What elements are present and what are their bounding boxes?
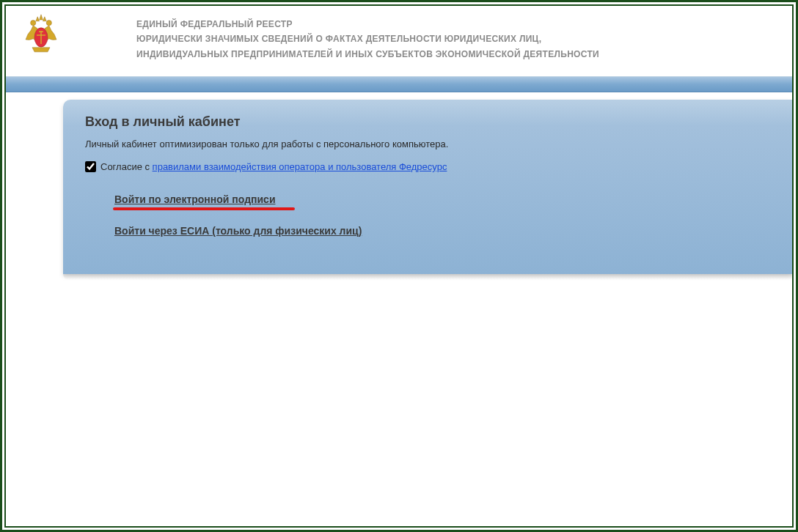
consent-row: Согласие с правилами взаимодействия опер… [85,161,770,172]
emblem-icon [19,13,63,57]
login-option-wrap-1: Войти по электронной подписи [114,193,770,211]
header-line2: ЮРИДИЧЕСКИ ЗНАЧИМЫХ СВЕДЕНИЙ О ФАКТАХ ДЕ… [136,32,599,46]
login-options: Войти по электронной подписи Войти через… [85,193,770,243]
highlight-underline [113,207,295,210]
panel-subtitle: Личный кабинет оптимизирован только для … [85,138,770,149]
header: ЕДИНЫЙ ФЕДЕРАЛЬНЫЙ РЕЕСТР ЮРИДИЧЕСКИ ЗНА… [6,6,792,76]
nav-band [6,76,792,92]
consent-text: Согласие с правилами взаимодействия опер… [100,161,447,172]
login-option-wrap-2: Войти через ЕСИА (только для физических … [114,224,770,243]
content-wrapper: Вход в личный кабинет Личный кабинет опт… [6,100,792,274]
svg-point-1 [46,21,51,26]
login-panel: Вход в личный кабинет Личный кабинет опт… [63,100,792,274]
consent-checkbox[interactable] [85,161,96,172]
header-line1: ЕДИНЫЙ ФЕДЕРАЛЬНЫЙ РЕЕСТР [136,17,599,32]
consent-prefix: Согласие с [100,161,153,172]
login-e-signature-link[interactable]: Войти по электронной подписи [114,193,276,205]
inner-frame: ЕДИНЫЙ ФЕДЕРАЛЬНЫЙ РЕЕСТР ЮРИДИЧЕСКИ ЗНА… [4,4,794,528]
consent-link[interactable]: правилами взаимодействия оператора и пол… [153,161,447,172]
header-text: ЕДИНЫЙ ФЕДЕРАЛЬНЫЙ РЕЕСТР ЮРИДИЧЕСКИ ЗНА… [136,13,599,62]
svg-point-0 [31,21,36,26]
login-esia-link[interactable]: Войти через ЕСИА (только для физических … [114,225,362,237]
panel-title: Вход в личный кабинет [85,114,770,130]
outer-frame: ЕДИНЫЙ ФЕДЕРАЛЬНЫЙ РЕЕСТР ЮРИДИЧЕСКИ ЗНА… [0,0,798,532]
header-line3: ИНДИВИДУАЛЬНЫХ ПРЕДПРИНИМАТЕЛЕЙ И ИНЫХ С… [136,47,599,62]
